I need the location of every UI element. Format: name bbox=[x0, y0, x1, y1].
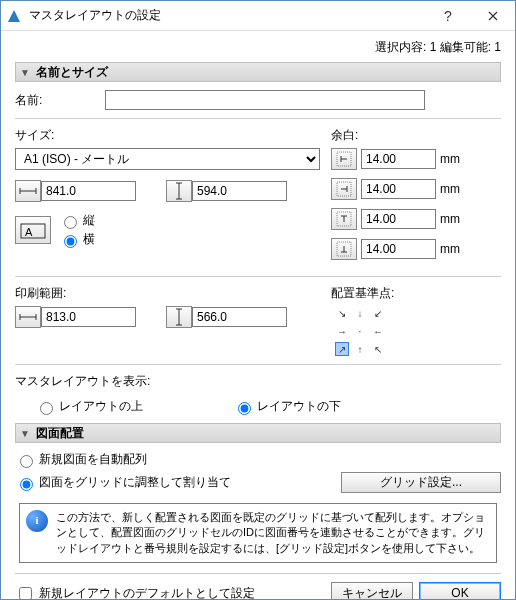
width-input[interactable] bbox=[41, 181, 136, 201]
info-text: この方法で、新しく配置される図面を既定のグリッドに基づいて配列します。オプション… bbox=[56, 510, 490, 556]
close-button[interactable] bbox=[470, 1, 515, 31]
height-icon bbox=[166, 180, 192, 202]
grid-settings-button[interactable]: グリッド設定... bbox=[341, 472, 501, 493]
selection-info: 選択内容: 1 編集可能: 1 bbox=[15, 35, 501, 62]
grid-place[interactable]: 図面をグリッドに調整して割り当て bbox=[15, 474, 231, 491]
margin-bottom-input[interactable] bbox=[361, 239, 436, 259]
unit-label: mm bbox=[440, 212, 460, 226]
display-below[interactable]: レイアウトの下 bbox=[233, 398, 341, 415]
cancel-button[interactable]: キャンセル bbox=[331, 582, 413, 600]
height-input[interactable] bbox=[192, 181, 287, 201]
section-name-size[interactable]: ▼ 名前とサイズ bbox=[15, 62, 501, 82]
unit-label: mm bbox=[440, 182, 460, 196]
margin-top-icon bbox=[331, 208, 357, 230]
unit-label: mm bbox=[440, 242, 460, 256]
print-width-icon bbox=[15, 306, 41, 328]
margin-bottom-icon bbox=[331, 238, 357, 260]
name-label: 名前: bbox=[15, 92, 105, 109]
display-above[interactable]: レイアウトの上 bbox=[35, 398, 143, 415]
margin-left-icon bbox=[331, 148, 357, 170]
print-height-input[interactable] bbox=[192, 307, 287, 327]
margin-right-icon bbox=[331, 178, 357, 200]
name-input[interactable] bbox=[105, 90, 425, 110]
anchor-label: 配置基準点: bbox=[331, 285, 501, 302]
margin-label: 余白: bbox=[331, 127, 501, 144]
help-button[interactable]: ? bbox=[425, 1, 470, 31]
size-label: サイズ: bbox=[15, 127, 331, 144]
window-title: マスタレイアウトの設定 bbox=[29, 7, 425, 24]
app-icon bbox=[7, 8, 23, 24]
svg-text:?: ? bbox=[444, 9, 452, 23]
section-title: 図面配置 bbox=[36, 425, 84, 442]
section-drawing[interactable]: ▼ 図面配置 bbox=[15, 423, 501, 443]
orientation-preview: A bbox=[15, 216, 51, 244]
margin-right-input[interactable] bbox=[361, 179, 436, 199]
info-icon: i bbox=[26, 510, 48, 532]
print-label: 印刷範囲: bbox=[15, 285, 331, 302]
unit-label: mm bbox=[440, 152, 460, 166]
svg-text:A: A bbox=[25, 226, 33, 238]
auto-place[interactable]: 新規図面を自動配列 bbox=[15, 451, 501, 468]
ok-button[interactable]: OK bbox=[419, 582, 501, 600]
size-select[interactable]: A1 (ISO) - メートル bbox=[15, 148, 320, 170]
width-icon bbox=[15, 180, 41, 202]
collapse-icon: ▼ bbox=[20, 428, 30, 439]
orient-vertical[interactable]: 縦 bbox=[59, 212, 95, 229]
default-checkbox[interactable]: 新規レイアウトのデフォルトとして設定 bbox=[15, 584, 325, 600]
margin-left-input[interactable] bbox=[361, 149, 436, 169]
section-title: 名前とサイズ bbox=[36, 64, 108, 81]
margin-top-input[interactable] bbox=[361, 209, 436, 229]
anchor-grid[interactable]: ↘↓↙ →·← ↗↑↖ bbox=[335, 306, 385, 356]
orient-horizontal[interactable]: 横 bbox=[59, 231, 95, 248]
print-width-input[interactable] bbox=[41, 307, 136, 327]
print-height-icon bbox=[166, 306, 192, 328]
collapse-icon: ▼ bbox=[20, 67, 30, 78]
display-label: マスタレイアウトを表示: bbox=[15, 373, 501, 390]
